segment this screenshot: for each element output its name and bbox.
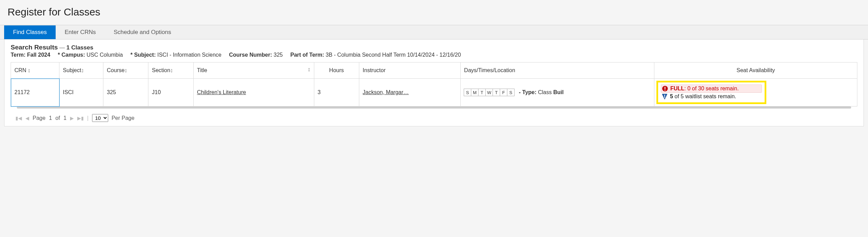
col-hours[interactable]: Hours bbox=[314, 63, 359, 79]
tab-schedule-options[interactable]: Schedule and Options bbox=[105, 25, 180, 39]
sort-icon: ▲▼ bbox=[28, 68, 31, 73]
page-word: Page bbox=[33, 115, 45, 121]
day-cell: T bbox=[493, 89, 500, 96]
cell-section: J10 bbox=[148, 79, 193, 106]
filter-campus-value: USC Columbia bbox=[87, 52, 123, 58]
svg-rect-1 bbox=[665, 87, 666, 89]
tab-find-classes[interactable]: Find Classes bbox=[4, 25, 56, 39]
day-cell: F bbox=[500, 89, 507, 96]
page-of: of bbox=[55, 115, 60, 121]
page-title: Register for Classes bbox=[8, 6, 860, 18]
results-title: Search Results bbox=[11, 44, 58, 51]
day-cell: S bbox=[464, 89, 471, 96]
seat-availability-box: FULL: 0 of 30 seats remain. 5 of 5 waitl… bbox=[656, 81, 766, 104]
seat-waitlist-line: 5 of 5 waitlist seats remain. bbox=[661, 93, 762, 100]
day-cell: M bbox=[471, 89, 478, 96]
next-page-button[interactable]: ▶ bbox=[70, 115, 74, 121]
tab-strip: Find Classes Enter CRNs Schedule and Opt… bbox=[0, 25, 868, 40]
cell-hours: 3 bbox=[314, 79, 359, 106]
col-course[interactable]: Course▲▼ bbox=[103, 63, 148, 79]
day-cell: S bbox=[507, 89, 515, 96]
day-cell: W bbox=[485, 89, 493, 96]
per-page-select[interactable]: 10 bbox=[92, 114, 108, 122]
days-of-week: S M T W T F S bbox=[464, 89, 515, 96]
sort-icon: ▲▼ bbox=[125, 68, 127, 73]
per-page-label: Per Page bbox=[112, 115, 135, 121]
filter-coursenum-label: Course Number: bbox=[229, 52, 272, 58]
filter-coursenum-value: 325 bbox=[274, 52, 283, 58]
sort-icon: ▲▼ bbox=[308, 67, 311, 72]
results-header: Search Results — 1 Classes Term: Fall 20… bbox=[4, 44, 864, 61]
col-subject[interactable]: Subject▲▼ bbox=[59, 63, 103, 79]
filter-campus-label: * Campus: bbox=[58, 52, 85, 58]
col-section[interactable]: Section▲▼ bbox=[148, 63, 193, 79]
first-page-button[interactable]: ▮◀ bbox=[15, 115, 22, 121]
filters-line: Term: Fall 2024 * Campus: USC Columbia *… bbox=[11, 52, 857, 58]
course-title-link[interactable]: Children's Literature bbox=[197, 89, 246, 95]
results-grid: CRN▲▼ Subject▲▼ Course▲▼ Section▲▼ Title… bbox=[4, 61, 864, 111]
header-row: CRN▲▼ Subject▲▼ Course▲▼ Section▲▼ Title… bbox=[11, 63, 857, 79]
filter-pot-label: Part of Term: bbox=[290, 52, 324, 58]
cell-seat-availability: FULL: 0 of 30 seats remain. 5 of 5 waitl… bbox=[654, 79, 857, 106]
cell-title: Children's Literature bbox=[193, 79, 314, 106]
filter-term-label: Term: bbox=[11, 52, 25, 58]
alert-icon bbox=[662, 86, 668, 92]
instructor-link[interactable]: Jackson, Margar… bbox=[363, 89, 409, 95]
tab-enter-crns[interactable]: Enter CRNs bbox=[56, 25, 105, 39]
day-cell: T bbox=[478, 89, 486, 96]
prev-page-button[interactable]: ◀ bbox=[25, 115, 29, 121]
pager: ▮◀ ◀ Page 1 of 1 ▶ ▶▮ | 10 Per Page bbox=[4, 111, 864, 126]
seat-full-line: FULL: 0 of 30 seats remain. bbox=[661, 84, 762, 93]
page-total: 1 bbox=[64, 115, 67, 121]
col-seat-availability[interactable]: Seat Availability bbox=[654, 63, 857, 79]
cell-instructor: Jackson, Margar… bbox=[359, 79, 460, 106]
cell-days-times-location: S M T W T F S - Type: Class Buil bbox=[461, 79, 654, 106]
svg-point-2 bbox=[665, 90, 666, 91]
page-current: 1 bbox=[49, 115, 52, 121]
svg-point-4 bbox=[664, 97, 665, 98]
content-panel: Search Results — 1 Classes Term: Fall 20… bbox=[4, 40, 864, 126]
table-row[interactable]: 21172 ISCI 325 J10 Children's Literature… bbox=[11, 79, 857, 106]
last-page-button[interactable]: ▶▮ bbox=[77, 115, 84, 121]
filter-term-value: Fall 2024 bbox=[27, 52, 50, 58]
filter-pot-value: 3B - Columbia Second Half Term 10/14/202… bbox=[326, 52, 461, 58]
results-table: CRN▲▼ Subject▲▼ Course▲▼ Section▲▼ Title… bbox=[11, 62, 857, 106]
results-count: 1 Classes bbox=[66, 44, 93, 51]
page-header: Register for Classes bbox=[0, 0, 868, 25]
divider: | bbox=[87, 115, 89, 121]
sort-icon: ▲▼ bbox=[170, 68, 173, 73]
col-days-times-location[interactable]: Days/Times/Location bbox=[461, 63, 654, 79]
cell-crn: 21172 bbox=[11, 79, 59, 106]
filter-subject-label: * Subject: bbox=[131, 52, 156, 58]
cell-course: 325 bbox=[103, 79, 148, 106]
info-shield-icon bbox=[662, 93, 668, 100]
filter-subject-value: ISCI - Information Science bbox=[157, 52, 222, 58]
horizontal-scrollbar[interactable] bbox=[17, 106, 851, 109]
sort-icon: ▲▼ bbox=[81, 68, 84, 73]
meeting-type: - Type: Class Buil bbox=[519, 89, 564, 95]
results-dash: — bbox=[59, 45, 66, 50]
svg-rect-3 bbox=[664, 95, 665, 97]
cell-subject: ISCI bbox=[59, 79, 103, 106]
col-instructor[interactable]: Instructor bbox=[359, 63, 460, 79]
col-title[interactable]: Title▲▼ bbox=[193, 63, 314, 79]
col-crn[interactable]: CRN▲▼ bbox=[11, 63, 59, 79]
